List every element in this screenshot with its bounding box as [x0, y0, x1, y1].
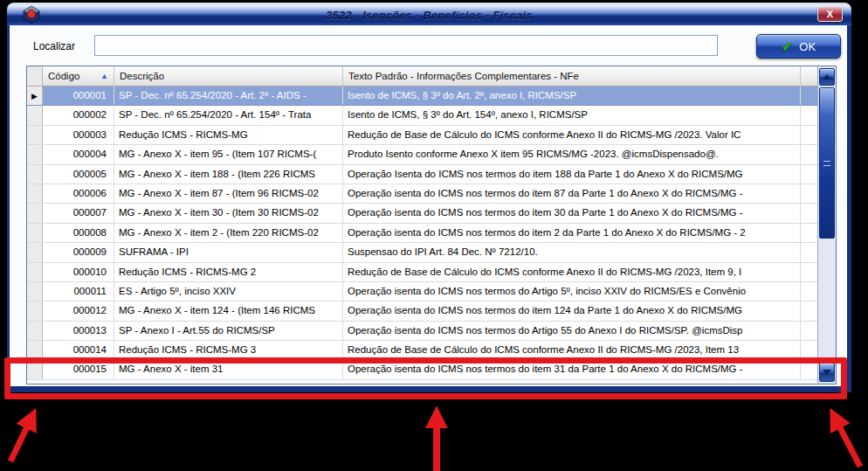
cell-filler[interactable]: [801, 263, 817, 281]
grid-rows: ▶000001SP - Dec. nº 65.254/2020 - Art. 2…: [27, 87, 817, 384]
cell-codigo[interactable]: 000001: [43, 87, 114, 105]
cell-descricao[interactable]: Redução ICMS - RICMS-MG: [114, 126, 343, 144]
cell-texto-padrao[interactable]: Redução de Base de Cálculo do ICMS confo…: [343, 126, 801, 144]
cell-codigo[interactable]: 000008: [43, 224, 114, 242]
table-row[interactable]: 000010Redução ICMS - RICMS-MG 2Redução d…: [27, 263, 817, 282]
row-indicator[interactable]: [27, 145, 43, 163]
vertical-scrollbar[interactable]: [817, 66, 836, 384]
cell-filler[interactable]: [801, 301, 817, 320]
row-indicator[interactable]: [27, 165, 43, 184]
arrow-up-icon: [823, 74, 831, 80]
cell-texto-padrao[interactable]: Operação Isenta do ICMS nos termos do it…: [343, 165, 801, 184]
cell-texto-padrao[interactable]: Isento de ICMS, § 3º do Art. 154º, anexo…: [343, 106, 801, 124]
cell-filler[interactable]: [801, 282, 817, 301]
row-indicator[interactable]: [27, 282, 43, 301]
table-row[interactable]: 000003Redução ICMS - RICMS-MGRedução de …: [27, 126, 817, 145]
table-row[interactable]: 000006MG - Anexo X - item 87 - (Item 96 …: [27, 184, 817, 204]
header-indicator-cell: [27, 66, 43, 86]
cell-codigo[interactable]: 000002: [43, 106, 114, 124]
cell-filler[interactable]: [801, 126, 817, 144]
cell-codigo[interactable]: 000006: [43, 184, 114, 203]
table-row[interactable]: ▶000001SP - Dec. nº 65.254/2020 - Art. 2…: [27, 87, 817, 106]
cell-codigo[interactable]: 000003: [43, 126, 114, 144]
table-row[interactable]: 000013SP - Anexo I - Art.55 do RICMS/SPO…: [27, 322, 817, 341]
cell-texto-padrao[interactable]: Operação isenta do ICMS nos termos do it…: [343, 301, 801, 320]
cell-descricao[interactable]: SP - Anexo I - Art.55 do RICMS/SP: [114, 322, 343, 340]
row-indicator[interactable]: [27, 301, 43, 320]
table-row[interactable]: 000007MG - Anexo X - item 30 - (Item 30 …: [27, 204, 817, 223]
cell-texto-padrao[interactable]: Redução de Base de Cálculo do ICMS confo…: [343, 263, 801, 281]
cell-filler[interactable]: [801, 243, 817, 261]
screenshot-canvas: 3522 - Isenções - Benefícios - Fiscais X…: [0, 0, 868, 471]
window-title: 3522 - Isenções - Benefícios - Fiscais: [7, 9, 851, 22]
cell-codigo[interactable]: 000012: [43, 301, 114, 320]
column-header-descricao[interactable]: Descrição: [114, 66, 343, 86]
cell-filler[interactable]: [801, 322, 817, 340]
cell-filler[interactable]: [801, 87, 817, 105]
annotation-arrow-right: [833, 414, 860, 467]
table-row[interactable]: 000005MG - Anexo X - item 188 - (Item 22…: [27, 165, 817, 184]
cell-filler[interactable]: [801, 204, 817, 222]
check-icon: ✔: [782, 38, 793, 55]
scroll-up-button[interactable]: [819, 68, 835, 86]
annotation-arrow-left: [10, 414, 33, 461]
cell-descricao[interactable]: MG - Anexo X - item 188 - (Item 226 RICM…: [114, 165, 343, 184]
cell-descricao[interactable]: SP - Dec. nº 65.254/2020 - Art. 2º - AID…: [114, 87, 343, 105]
table-row[interactable]: 000012MG - Anexo X - item 124 - (Item 14…: [27, 301, 817, 321]
row-indicator[interactable]: [27, 224, 43, 242]
cell-codigo[interactable]: 000004: [43, 145, 114, 163]
cell-descricao[interactable]: MG - Anexo X - item 124 - (Item 146 RICM…: [114, 301, 343, 320]
cell-descricao[interactable]: SUFRAMA - IPI: [114, 243, 343, 261]
cell-codigo[interactable]: 000005: [43, 165, 114, 184]
table-row[interactable]: 000002SP - Dec. nº 65.254/2020 - Art. 15…: [27, 106, 817, 125]
cell-codigo[interactable]: 000007: [43, 204, 114, 222]
cell-descricao[interactable]: Redução ICMS - RICMS-MG 2: [114, 263, 343, 281]
table-row[interactable]: 000004MG - Anexo X - item 95 - (Item 107…: [27, 145, 817, 164]
cell-texto-padrao[interactable]: Suspensao do IPI Art. 84 Dec. Nº 7212/10…: [343, 243, 801, 261]
data-grid: Código ▲ Descrição Texto Padrão - Inform…: [26, 66, 837, 384]
cell-descricao[interactable]: SP - Dec. nº 65.254/2020 - Art. 154º - T…: [114, 106, 343, 124]
cell-descricao[interactable]: MG - Anexo X - item 30 - (Item 30 RICMS-…: [114, 204, 343, 222]
row-indicator[interactable]: [27, 106, 43, 124]
cell-filler[interactable]: [801, 106, 817, 124]
row-indicator[interactable]: [27, 184, 43, 203]
cell-filler[interactable]: [801, 224, 817, 242]
row-indicator[interactable]: [27, 204, 43, 222]
cell-texto-padrao[interactable]: Operação isenta do ICMS nos termos do Ar…: [343, 282, 801, 301]
search-label: Localizar: [33, 40, 75, 52]
row-pointer-icon[interactable]: ▶: [27, 87, 43, 105]
row-indicator[interactable]: [27, 126, 43, 144]
close-button[interactable]: X: [817, 6, 843, 22]
cell-texto-padrao[interactable]: Operação isenta do ICMS nos termos do it…: [343, 204, 801, 222]
column-header-codigo[interactable]: Código ▲: [43, 66, 114, 86]
cell-codigo[interactable]: 000010: [43, 263, 114, 281]
titlebar[interactable]: 3522 - Isenções - Benefícios - Fiscais X: [7, 3, 851, 25]
cell-descricao[interactable]: MG - Anexo X - item 2 - (Item 220 RICMS-…: [114, 224, 343, 242]
scrollbar-thumb[interactable]: [819, 87, 835, 239]
close-icon: X: [827, 9, 833, 19]
table-row[interactable]: 000009SUFRAMA - IPISuspensao do IPI Art.…: [27, 243, 817, 262]
column-header-texto-padrao[interactable]: Texto Padrão - Informações Complementare…: [343, 66, 801, 86]
cell-texto-padrao[interactable]: Operação isenta do ICMS nos termos do it…: [343, 224, 801, 242]
search-input[interactable]: [94, 35, 718, 56]
sort-ascending-icon: ▲: [100, 71, 108, 80]
row-indicator[interactable]: [27, 243, 43, 261]
cell-texto-padrao[interactable]: Operação isenta do ICMS nos termos do Ar…: [343, 322, 801, 340]
cell-texto-padrao[interactable]: Produto Isento conforme Anexo X item 95 …: [343, 145, 801, 163]
cell-filler[interactable]: [801, 165, 817, 184]
cell-filler[interactable]: [801, 184, 817, 203]
row-indicator[interactable]: [27, 322, 43, 340]
cell-descricao[interactable]: ES - Artigo 5º, inciso XXIV: [114, 282, 343, 301]
cell-codigo[interactable]: 000013: [43, 322, 114, 340]
cell-descricao[interactable]: MG - Anexo X - item 95 - (Item 107 RICMS…: [114, 145, 343, 163]
cell-codigo[interactable]: 000011: [43, 282, 114, 301]
cell-codigo[interactable]: 000009: [43, 243, 114, 261]
table-row[interactable]: 000011ES - Artigo 5º, inciso XXIVOperaçã…: [27, 282, 817, 301]
ok-button[interactable]: ✔ OK: [756, 34, 841, 59]
table-row[interactable]: 000008MG - Anexo X - item 2 - (Item 220 …: [27, 224, 817, 243]
cell-descricao[interactable]: MG - Anexo X - item 87 - (Item 96 RICMS-…: [114, 184, 343, 203]
row-indicator[interactable]: [27, 263, 43, 281]
cell-texto-padrao[interactable]: Operação isenta do ICMS nos termos do it…: [343, 184, 801, 203]
cell-filler[interactable]: [801, 145, 817, 163]
cell-texto-padrao[interactable]: Isento de ICMS, § 3º do Art. 2º, anexo I…: [343, 87, 801, 105]
